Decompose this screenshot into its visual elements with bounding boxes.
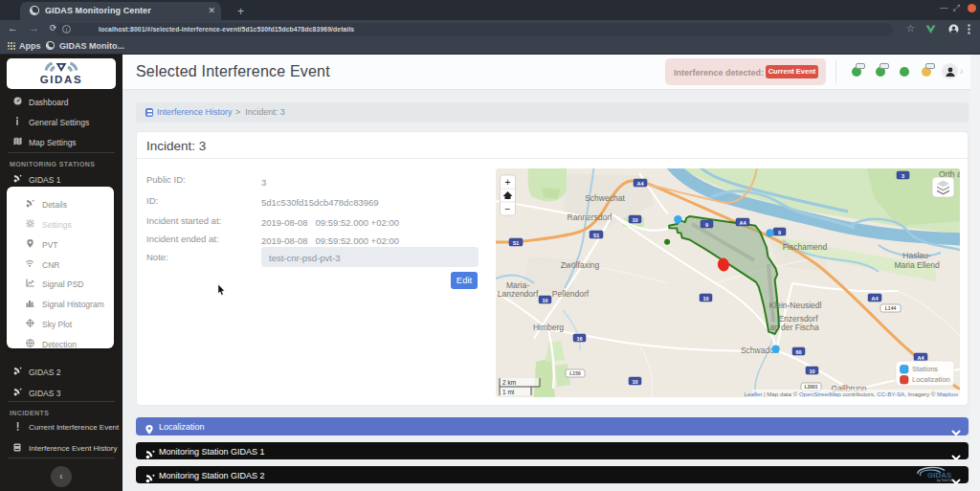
svg-text:10: 10 xyxy=(632,217,637,223)
svg-text:A4: A4 xyxy=(917,355,924,361)
svg-text:an der Fischa: an der Fischa xyxy=(769,323,819,332)
svg-text:Lanzendorf: Lanzendorf xyxy=(498,289,539,299)
svg-text:9: 9 xyxy=(778,230,781,235)
svg-text:Schwechat: Schwechat xyxy=(585,193,625,203)
svg-text:60: 60 xyxy=(795,349,801,355)
svg-text:−: − xyxy=(505,204,511,214)
svg-text:Klein-Neusiedl: Klein-Neusiedl xyxy=(769,301,822,310)
svg-text:Pellendorf: Pellendorf xyxy=(552,289,590,299)
svg-text:Rannersdorf: Rannersdorf xyxy=(568,212,612,222)
svg-text:Himberg: Himberg xyxy=(533,323,564,332)
svg-text:Localization: Localization xyxy=(912,375,950,384)
svg-text:Stations: Stations xyxy=(912,365,938,373)
svg-text:Haslau-: Haslau- xyxy=(902,251,930,260)
svg-text:Zwölfaxing: Zwölfaxing xyxy=(561,260,600,270)
svg-text:Fischamend: Fischamend xyxy=(783,242,828,252)
svg-text:10: 10 xyxy=(702,296,708,301)
svg-text:+: + xyxy=(505,177,511,188)
svg-text:A4: A4 xyxy=(871,296,879,301)
svg-text:1 mi: 1 mi xyxy=(502,389,514,395)
svg-text:A4: A4 xyxy=(739,220,746,226)
svg-text:9: 9 xyxy=(705,222,708,228)
svg-text:S1: S1 xyxy=(513,240,520,246)
svg-text:10: 10 xyxy=(542,298,547,303)
svg-text:S1: S1 xyxy=(593,233,600,238)
svg-text:16: 16 xyxy=(576,336,582,342)
svg-text:by TeleOrbit: by TeleOrbit xyxy=(937,479,953,482)
svg-text:10: 10 xyxy=(632,379,637,385)
svg-text:A4: A4 xyxy=(636,181,644,187)
svg-text:L150: L150 xyxy=(569,370,581,376)
svg-text:L144: L144 xyxy=(885,305,897,311)
svg-text:Leaflet | Map data © OpenStree: Leaflet | Map data © OpenStreetMap contr… xyxy=(745,391,959,397)
svg-text:2 km: 2 km xyxy=(502,379,516,386)
svg-text:10: 10 xyxy=(809,368,814,374)
svg-text:L2001: L2001 xyxy=(804,384,817,390)
svg-text:3: 3 xyxy=(902,173,904,179)
svg-text:GIDAS: GIDAS xyxy=(40,74,82,85)
svg-text:Maria Ellend: Maria Ellend xyxy=(894,260,940,270)
